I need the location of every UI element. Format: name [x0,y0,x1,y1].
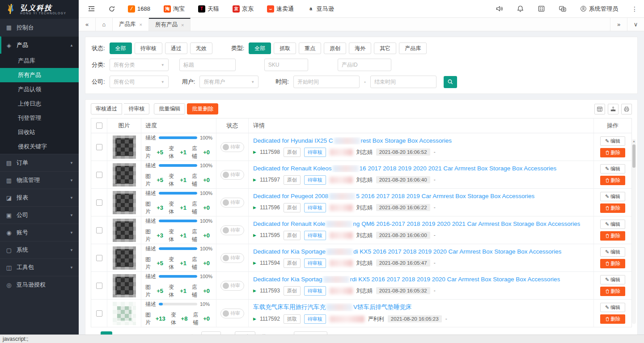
product-title-link[interactable]: Dedicated for Hyundai IX25 Crest Box Sto… [253,137,452,144]
filter-chip[interactable]: 无效 [190,42,212,54]
marketplace-link-aliexpress[interactable]: ⌣速卖通 [267,5,294,13]
approve-button[interactable]: 审核通过 [91,103,122,114]
product-title-link[interactable]: Dedicated for Renault Koleng QM6 2016-20… [253,220,580,228]
batch-edit-button[interactable]: 批量编辑 [154,103,185,114]
start-time-input[interactable] [293,76,360,88]
row-checkbox[interactable] [96,199,102,206]
refresh-icon[interactable] [107,4,116,13]
edit-button[interactable]: ✎编辑 [600,303,625,312]
sidebar-subitem-infringement-keywords[interactable]: 侵权关键字 [0,140,79,154]
edit-button[interactable]: ✎编辑 [600,275,625,284]
close-icon[interactable]: × [140,22,142,27]
select-all-checkbox[interactable] [96,123,102,129]
end-time-input[interactable] [370,76,436,88]
filter-chip[interactable]: 重点 [299,42,321,54]
row-checkbox[interactable] [96,172,102,178]
product-title-link[interactable]: Dedicated for Peugeot 20085 2016 2017 20… [253,193,534,200]
row-checkbox[interactable] [96,255,102,261]
filter-chip[interactable]: 抓取 [274,42,296,54]
marketplace-link-tmall[interactable]: T天猫 [198,5,219,13]
table-scrollbar[interactable]: ▲ [632,139,636,324]
product-title-link[interactable]: 车载充气床车用旅行汽车充V轿车后排气垫睡觉床 [253,303,412,311]
marketplace-link-jd[interactable]: 京京东 [233,5,254,13]
marketplace-link-amazon[interactable]: a亚马逊 [307,5,334,13]
title-input[interactable] [179,59,236,71]
tabs-scroll-right-icon[interactable]: » [610,18,627,31]
sidebar-subitem-upload-log[interactable]: 上传日志 [0,97,79,111]
play-icon[interactable]: ▶ [253,317,256,321]
edit-button[interactable]: ✎编辑 [600,192,625,201]
play-icon[interactable]: ▶ [253,233,256,237]
filter-chip[interactable]: 产品库 [399,42,427,54]
delete-button[interactable]: 删除 [600,259,625,268]
play-icon[interactable]: ▶ [253,261,256,265]
column-settings-icon[interactable] [594,104,605,114]
filter-chip[interactable]: 海外 [349,42,371,54]
sidebar-item-amazon-auth[interactable]: ◎亚马逊授权 [0,276,79,293]
sidebar-subitem-all-products[interactable]: 所有产品 [0,68,79,82]
tab-product-library[interactable]: 产品库× [113,18,149,31]
close-icon[interactable]: × [181,22,184,28]
scroll-up-icon[interactable]: ▲ [632,140,636,143]
delete-button[interactable]: 删除 [600,203,625,213]
sidebar-item-accounts[interactable]: ◉账号▼ [0,224,79,241]
filter-chip[interactable]: 全部 [110,42,132,54]
sidebar-item-product[interactable]: ◈产品▲ [0,36,79,54]
sidebar-subitem-listing-management[interactable]: 刊登管理 [0,111,79,125]
play-icon[interactable]: ▶ [253,288,256,293]
notifications-bell-icon[interactable] [517,5,524,13]
filter-chip[interactable]: 通过 [165,42,187,54]
apps-grid-icon[interactable] [538,5,545,13]
product-title-link[interactable]: Dedicated for Kia Sportagrdi KX5 2016 20… [253,276,560,283]
sidebar-item-console[interactable]: ▦控制台 [0,19,79,36]
edit-button[interactable]: ✎编辑 [600,247,625,257]
row-checkbox[interactable] [96,144,102,150]
collapse-sidebar-icon[interactable] [87,4,96,13]
play-icon[interactable]: ▶ [253,205,256,210]
home-tab-icon[interactable]: ⌂ [96,18,113,31]
sku-input[interactable] [264,59,308,71]
marketplace-link-taobao[interactable]: 淘淘宝 [164,5,185,13]
edit-button[interactable]: ✎编辑 [600,136,625,146]
row-checkbox[interactable] [96,283,102,289]
sidebar-subitem-recycle-bin[interactable]: 回收站 [0,125,79,140]
company-select[interactable]: 所有公司 ▼ [110,76,169,88]
sidebar-item-logistics[interactable]: ▥物流管理▼ [0,171,79,189]
row-checkbox[interactable] [96,310,102,317]
play-icon[interactable]: ▶ [253,178,256,182]
filter-chip[interactable]: 待审核 [135,42,162,54]
product-title-link[interactable]: Dedicated for Kia Sportagedi KX5 2016 20… [253,248,561,255]
batch-delete-button[interactable]: 批量删除 [187,103,218,114]
play-icon[interactable]: ▶ [253,150,256,154]
sidebar-item-reports[interactable]: ◪报表▼ [0,189,79,206]
row-checkbox[interactable] [96,227,102,233]
exchange-icon[interactable] [559,5,567,13]
delete-button[interactable]: 删除 [600,231,625,241]
delete-button[interactable]: 删除 [600,148,625,157]
set-pending-button[interactable]: 待审核 [124,103,149,114]
sidebar-item-toolkit[interactable]: ◫工具包▼ [0,258,79,276]
announcement-icon[interactable] [496,5,503,13]
sidebar-item-company[interactable]: ▣公司▼ [0,206,79,224]
search-button[interactable] [444,76,457,88]
delete-button[interactable]: 删除 [600,287,625,296]
category-select[interactable]: 所有分类 ▼ [110,59,169,71]
product-title-link[interactable]: Dedicated for Renault Koleos16 2017 2018… [253,165,556,172]
tab-all-products[interactable]: 所有产品× [149,18,191,31]
edit-button[interactable]: ✎编辑 [600,164,625,174]
sidebar-subitem-product-claim[interactable]: 产品认领 [0,82,79,97]
sidebar-item-orders[interactable]: ▤订单▼ [0,154,79,171]
user-select[interactable]: 所有用户 ▼ [199,76,258,88]
export-icon[interactable] [608,104,619,114]
print-icon[interactable] [621,104,632,114]
tabs-scroll-left-icon[interactable]: « [79,18,96,31]
marketplace-link-1688[interactable]: ⁄1688 [128,5,150,13]
sidebar-subitem-product-library[interactable]: 产品库 [0,54,79,68]
product-id-input[interactable] [338,59,391,71]
edit-button[interactable]: ✎编辑 [600,220,625,229]
filter-chip[interactable]: 全部 [249,42,271,54]
delete-button[interactable]: 删除 [600,314,625,324]
sidebar-item-system[interactable]: ▢系统▼ [0,241,79,258]
more-menu-icon[interactable]: ⋮ [631,5,638,13]
delete-button[interactable]: 删除 [600,176,625,185]
